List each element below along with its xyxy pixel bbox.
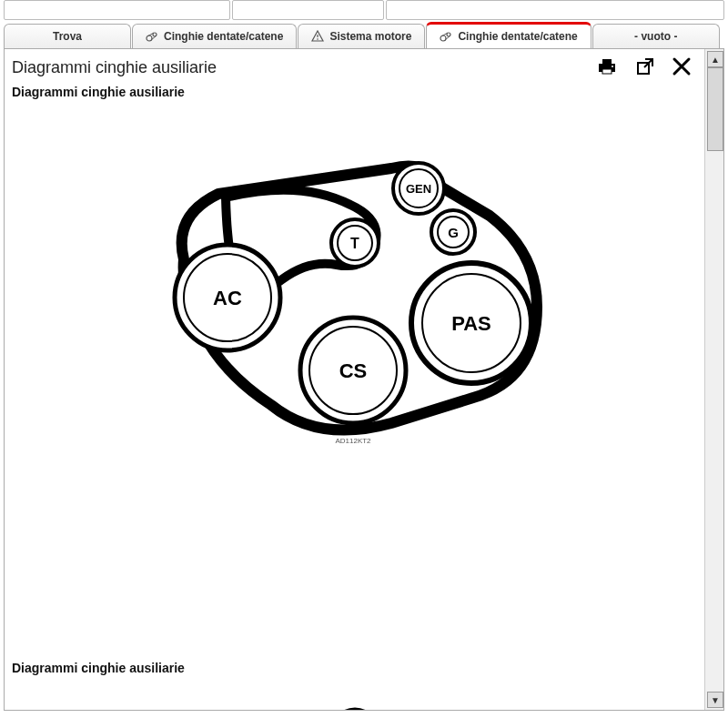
scroll-down-arrow-icon[interactable]: ▼ [707,692,723,708]
svg-point-3 [318,38,319,40]
vertical-scrollbar[interactable]: ▲ ▼ [704,49,723,710]
tab-bar: Trova Cinghie dentate/catene Sistema mot… [0,24,728,48]
close-icon[interactable] [672,56,692,79]
content-wrap: Diagrammi cinghie ausiliarie Diagrammi c… [4,48,724,711]
label-g: G [448,225,459,240]
tab-cinghie-2[interactable]: Cinghie dentate/catene [426,22,591,48]
dropdown-2[interactable] [232,0,384,20]
top-dropdown-row [0,0,728,24]
belt-diagram: AC CS PAS T GEN G [5,103,704,612]
svg-rect-7 [602,59,612,64]
belt-icon [440,30,452,43]
tab-label: Sistema motore [329,30,411,43]
svg-rect-8 [602,69,612,74]
dropdown-1[interactable] [4,0,230,20]
tab-trova[interactable]: Trova [4,24,131,48]
label-ac: AC [213,287,242,309]
page-title: Diagrammi cinghie ausiliarie [12,58,595,77]
content: Diagrammi cinghie ausiliarie Diagrammi c… [5,49,704,710]
scroll-up-arrow-icon[interactable]: ▲ [707,51,723,67]
dropdown-3[interactable] [386,0,724,20]
warning-icon [311,30,324,43]
tab-cinghie-1[interactable]: Cinghie dentate/catene [132,24,297,48]
tab-vuoto[interactable]: - vuoto - [592,24,720,48]
tab-label: Cinghie dentate/catene [164,30,283,43]
partial-pulley [328,703,382,710]
new-window-icon[interactable] [635,56,655,79]
tab-label: - vuoto - [634,30,677,43]
print-icon[interactable] [595,57,619,78]
toolbar [595,56,697,79]
second-belt-diagram: Diagrammi cinghie ausiliarie [5,657,704,710]
label-cs: CS [339,359,367,382]
svg-point-9 [612,66,613,67]
tab-label: Cinghie dentate/catene [458,30,577,43]
label-t: T [350,236,359,251]
scroll-thumb[interactable] [707,67,723,151]
label-gen: GEN [405,182,430,196]
section-subtitle: Diagrammi cinghie ausiliarie [5,81,704,103]
tab-label: Trova [53,30,82,43]
content-header: Diagrammi cinghie ausiliarie [5,49,704,81]
tab-sistema-motore[interactable]: Sistema motore [298,24,425,48]
diagram-code: AD112KT2 [335,437,371,445]
belt-icon [146,30,158,43]
label-pas: PAS [451,312,491,335]
